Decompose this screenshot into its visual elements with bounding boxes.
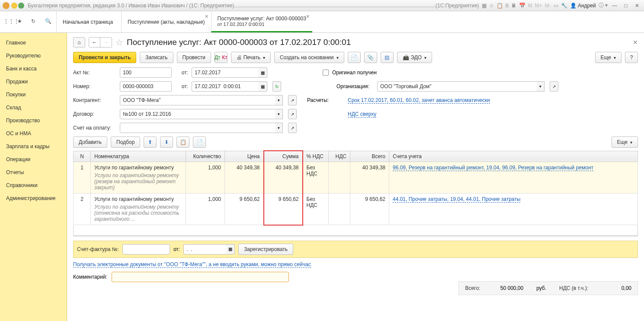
dogovor-open-icon[interactable]: ↗ — [288, 109, 297, 119]
help-button[interactable]: ? — [625, 52, 638, 63]
contragent-open-icon[interactable]: ↗ — [288, 95, 297, 105]
nav-catalogs[interactable]: Справочники — [0, 179, 67, 192]
search-icon[interactable]: 🔍 — [45, 18, 53, 26]
tab-receipts[interactable]: Поступление (акты, накладные) ✕ — [121, 11, 211, 32]
schet-input[interactable] — [120, 123, 276, 133]
doc-info-button[interactable]: ▤ — [381, 52, 394, 63]
tb-icon-cal[interactable]: 📅 — [519, 3, 525, 9]
tb-icon-2[interactable]: ☆ — [489, 3, 494, 9]
win-close-button[interactable]: ✕ — [633, 3, 641, 9]
akt-date-input[interactable] — [192, 67, 259, 78]
nav-assets[interactable]: ОС и НМА — [0, 127, 67, 140]
move-down-button[interactable]: ⬇ — [160, 137, 173, 148]
th-accounts[interactable]: Счета учета — [389, 151, 638, 162]
number-date-calendar-icon[interactable]: ▦ — [259, 81, 267, 92]
org-dropdown-icon[interactable]: ▾ — [537, 81, 545, 92]
nav-purchases[interactable]: Покупки — [0, 88, 67, 101]
contragent-input[interactable] — [120, 95, 276, 105]
favorite-star-icon[interactable]: ☆ — [115, 37, 123, 48]
nav-production[interactable]: Производство — [0, 114, 67, 127]
sf-date-input[interactable] — [183, 244, 227, 254]
number-input[interactable] — [120, 81, 172, 92]
number-date-input[interactable] — [192, 81, 259, 92]
table-more-button[interactable]: Еще ▾ — [612, 137, 638, 148]
nav-reports[interactable]: Отчеты — [0, 166, 67, 179]
tb-icon-calc[interactable]: 🖩 — [511, 3, 516, 9]
print-button[interactable]: 🖨 Печать ▾ — [231, 52, 271, 63]
th-pctnds[interactable]: % НДС — [303, 151, 329, 162]
th-total[interactable]: Всего — [350, 151, 389, 162]
tb-icon-1[interactable]: ▦ — [482, 3, 487, 9]
nav-fwd-icon[interactable] — [18, 3, 24, 9]
tab-home[interactable]: Начальная страница — [56, 11, 121, 32]
akt-date-calendar-icon[interactable]: ▦ — [259, 67, 267, 78]
accounts-link[interactable]: 96.09, Резерв на гарантийный ремонт, 19.… — [393, 165, 593, 171]
dogovor-input[interactable] — [120, 109, 276, 119]
tb-icon-info[interactable]: ⓘ ▾ — [599, 2, 608, 9]
copy-button[interactable]: 📋 — [176, 137, 189, 148]
tb-icon-panes[interactable]: ▭ — [554, 3, 558, 9]
accounts-link[interactable]: 44.01, Прочие затраты, 19.04, 44.01, Про… — [393, 196, 520, 203]
mem-m[interactable]: M — [528, 3, 532, 9]
history-icon[interactable]: ↻ — [31, 18, 39, 26]
nav-back-icon[interactable] — [11, 3, 17, 9]
current-user[interactable]: 👤 Андрей — [570, 3, 596, 9]
akt-input[interactable] — [120, 67, 172, 78]
nav-warehouse[interactable]: Склад — [0, 101, 67, 114]
org-input[interactable] — [377, 81, 537, 92]
apps-icon[interactable]: ⋮⋮⋮ — [3, 18, 11, 26]
register-button[interactable]: Зарегистрировать — [238, 244, 293, 255]
nav-bank[interactable]: Банк и касса — [0, 62, 67, 75]
attach-clip-button[interactable]: 📎 — [364, 52, 377, 63]
dtkt-button[interactable]: ДтКт — [215, 52, 227, 63]
nav-prev-button[interactable]: ← — [89, 38, 100, 47]
tab-document-close-icon[interactable]: ✕ — [306, 14, 310, 19]
th-qty[interactable]: Количество — [186, 151, 225, 162]
sf-calendar-icon[interactable]: ▦ — [226, 244, 235, 254]
th-sum[interactable]: Сумма — [264, 151, 303, 162]
select-button[interactable]: Подбор — [111, 137, 140, 148]
page-close-button[interactable]: ✕ — [633, 39, 638, 46]
th-n[interactable]: N — [74, 151, 91, 162]
original-checkbox[interactable] — [323, 70, 329, 76]
th-price[interactable]: Цена — [225, 151, 264, 162]
more-button[interactable]: Еще ▾ — [595, 52, 622, 63]
favorite-icon[interactable]: ★ — [17, 18, 25, 26]
mem-mplus[interactable]: M+ — [535, 3, 542, 9]
nav-manager[interactable]: Руководителю — [0, 49, 67, 62]
save-button[interactable]: Записать — [140, 52, 173, 63]
tb-icon-3[interactable]: 📋 — [497, 3, 503, 9]
win-min-button[interactable]: — — [610, 3, 619, 9]
dogovor-dropdown-icon[interactable]: ▾ — [275, 109, 283, 119]
edo-button[interactable]: 📠 ЭДО ▾ — [397, 52, 433, 63]
nds-link[interactable]: НДС сверху — [348, 111, 376, 118]
create-based-button[interactable]: Создать на основании ▾ — [274, 52, 344, 63]
post-button[interactable]: Провести — [177, 52, 211, 63]
table-row[interactable]: 2 Услуги по гарантийному ремонту Услуги … — [74, 194, 638, 225]
tab-receipts-close-icon[interactable]: ✕ — [205, 14, 208, 19]
attach-list-button[interactable]: 📄 — [348, 52, 361, 63]
tab-document[interactable]: Поступление услуг: Акт 0000-000003 от 17… — [211, 11, 312, 32]
table-row[interactable]: 1 Услуги по гарантийному ремонту Услуги … — [74, 162, 638, 194]
home-button[interactable]: ⌂ — [73, 37, 85, 48]
contragent-dropdown-icon[interactable]: ▾ — [275, 95, 283, 105]
raschety-link[interactable]: Срок 17.02.2017, 60.01, 60.02, зачет ава… — [348, 97, 490, 104]
post-and-close-button[interactable]: Провести и закрыть — [73, 52, 136, 63]
nav-admin[interactable]: Администрирование — [0, 192, 67, 205]
schet-dropdown-icon[interactable]: ▾ — [275, 123, 283, 133]
tb-icon-4[interactable]: ⎘ — [506, 3, 509, 9]
nav-sales[interactable]: Продажи — [0, 75, 67, 88]
edoc-link[interactable]: Получать электронные документы от "ООО "… — [73, 261, 311, 268]
move-up-button[interactable]: ⬆ — [144, 137, 157, 148]
win-max-button[interactable]: □ — [622, 3, 630, 9]
tb-icon-tool[interactable]: 🔧 — [561, 3, 567, 9]
nav-next-button[interactable]: → — [100, 38, 112, 47]
sf-number-input[interactable] — [122, 244, 170, 254]
nav-salary[interactable]: Зарплата и кадры — [0, 140, 67, 153]
schet-open-icon[interactable]: ↗ — [288, 123, 297, 133]
org-open-icon[interactable]: ↗ — [550, 81, 558, 92]
add-row-button[interactable]: Добавить — [73, 137, 107, 148]
th-nomen[interactable]: Номенклатура — [91, 151, 186, 162]
number-refresh-icon[interactable]: ↻ — [272, 81, 281, 92]
comment-input[interactable] — [112, 272, 289, 282]
